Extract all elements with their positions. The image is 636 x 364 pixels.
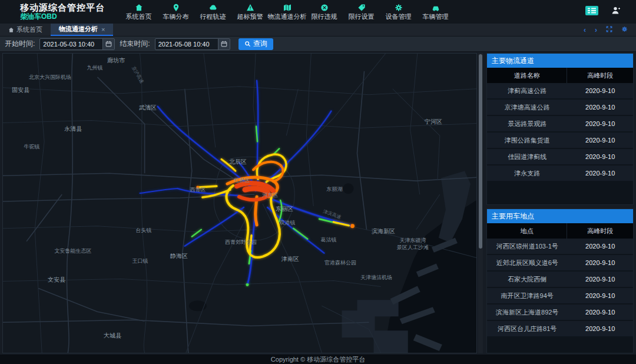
logistics-channels-table: 津蓟高速公路2020-9-10京津塘高速公路2020-9-10景远路景观路202…: [487, 83, 633, 204]
panel-title: 主要用车地点: [487, 209, 633, 223]
query-button[interactable]: 查询: [238, 38, 273, 50]
end-time-input[interactable]: [155, 39, 218, 49]
copyright-text: Copyright © 移动源综合管控平台: [271, 355, 365, 364]
map-pin-icon: [172, 2, 180, 12]
water-layer: [189, 171, 476, 353]
table-cell: 津永支路: [487, 166, 567, 181]
nav-item-trip-track[interactable]: 行程轨迹: [194, 2, 231, 21]
column-header: 高峰时段: [567, 68, 633, 83]
table-cell: 2020-9-10: [567, 83, 633, 98]
tab-logistics-channel-analysis[interactable]: 物流通道分析 ×: [51, 24, 113, 36]
tab-controls: ‹ ›: [584, 26, 636, 34]
table-row[interactable]: 近郊北辰区顺义道6号2020-9-10: [487, 255, 633, 270]
table-row[interactable]: 南开区卫津路94号2020-9-10: [487, 288, 633, 303]
brand-block: 移动源综合管控平台 柴油车OBD: [20, 2, 120, 21]
start-time-input[interactable]: [40, 39, 102, 49]
table-cell: 2020-9-10: [567, 321, 633, 336]
table-row[interactable]: 河西区琼州道103-1号2020-9-10: [487, 239, 633, 254]
tab-system-home[interactable]: 系统首页: [0, 24, 51, 36]
table-cell: 2020-9-10: [567, 149, 633, 164]
heatmap-map[interactable]: 廊坊市九州镇京沪高速北京大兴国际机场固安县武清区宁河区永清县牛驼镇北辰区红桥区西…: [2, 53, 477, 353]
table-cell: 石家大院西侧: [487, 272, 567, 287]
table-cell: 2020-9-10: [567, 288, 633, 303]
tag-icon: [357, 2, 366, 12]
app-header: 移动源综合管控平台 柴油车OBD 系统首页 车辆分布 行程轨迹 超标预警 物流通…: [0, 0, 636, 24]
header-right: [585, 6, 636, 18]
app-subtitle: 柴油车OBD: [20, 13, 120, 21]
table-cell: 津围公路集货道: [487, 133, 567, 148]
nav-item-label: 限行设置: [349, 12, 375, 21]
table-header: 地点 高峰时段: [487, 223, 633, 239]
query-button-label: 查询: [253, 39, 267, 49]
table-cell: 2020-9-10: [567, 239, 633, 254]
table-cell: 2020-9-10: [567, 133, 633, 148]
map-canvas: [3, 54, 476, 353]
table-row[interactable]: 河西区台儿庄路81号2020-9-10: [487, 321, 633, 336]
table-cell: 京津塘高速公路: [487, 100, 567, 115]
nav-item-vehicle-management[interactable]: 车辆管理: [417, 2, 454, 21]
calendar-icon[interactable]: [218, 39, 230, 49]
heatmap-layer: [140, 81, 355, 286]
table-cell: 河西区台儿庄路81号: [487, 321, 567, 336]
nav-item-label: 车辆管理: [423, 12, 449, 21]
main-nav: 系统首页 车辆分布 行程轨迹 超标预警 物流通道分析 限行违规 限行设置 设备: [120, 2, 454, 21]
panel-title: 主要物流通道: [487, 54, 633, 68]
column-header: 高峰时段: [567, 223, 633, 239]
tab-settings-gear-icon[interactable]: [621, 26, 628, 34]
column-header: 地点: [487, 223, 567, 239]
nav-item-home[interactable]: 系统首页: [120, 2, 157, 21]
main-content: 廊坊市九州镇京沪高速北京大兴国际机场固安县武清区宁河区永清县牛驼镇北辰区红桥区西…: [0, 52, 636, 355]
nav-item-label: 限行违规: [312, 12, 337, 21]
route-cloud-icon: [209, 2, 217, 12]
gear-icon: [395, 2, 403, 12]
table-cell: 2020-9-10: [567, 166, 633, 181]
table-cell: 2020-9-10: [567, 305, 633, 320]
fullscreen-icon[interactable]: [606, 26, 612, 34]
end-time-label: 结束时间:: [120, 39, 150, 49]
chevron-left-icon[interactable]: ‹: [584, 27, 586, 34]
table-row[interactable]: 京津塘高速公路2020-9-10: [487, 100, 633, 115]
table-cell: 2020-9-10: [567, 255, 633, 270]
nav-item-logistics-channel[interactable]: 物流通道分析: [269, 2, 306, 21]
chevron-right-icon[interactable]: ›: [595, 27, 597, 34]
table-row[interactable]: 滨海新区上海道892号2020-9-10: [487, 305, 633, 320]
table-cell: 河西区琼州道103-1号: [487, 239, 567, 254]
vehicle-locations-table: 河西区琼州道103-1号2020-9-10近郊北辰区顺义道6号2020-9-10…: [487, 239, 633, 353]
table-cell: 2020-9-10: [567, 116, 633, 131]
tab-bar: 系统首页 物流通道分析 × ‹ ›: [0, 24, 636, 37]
table-cell: 津蓟高速公路: [487, 83, 567, 98]
table-cell: 2020-9-10: [567, 100, 633, 115]
nav-item-label: 物流通道分析: [268, 12, 307, 21]
car-icon: [432, 2, 440, 12]
calendar-icon[interactable]: [102, 39, 114, 49]
table-row[interactable]: 津围公路集货道2020-9-10: [487, 133, 633, 148]
nav-item-vehicle-distribution[interactable]: 车辆分布: [157, 2, 194, 21]
nav-item-overlimit-alert[interactable]: 超标预警: [231, 2, 269, 21]
map-icon: [283, 2, 292, 12]
nav-item-label: 车辆分布: [163, 12, 189, 21]
content-scrollbar[interactable]: [478, 53, 483, 353]
filter-bar: 开始时间: 结束时间: 查询: [0, 37, 636, 52]
vehicle-locations-panel: 主要用车地点 地点 高峰时段 河西区琼州道103-1号2020-9-10近郊北辰…: [486, 209, 634, 353]
tab-label: 系统首页: [16, 25, 42, 34]
table-cell: 南开区卫津路94号: [487, 288, 567, 303]
user-icon[interactable]: [611, 6, 621, 18]
column-header: 道路名称: [487, 68, 567, 83]
table-cell: 2020-9-10: [567, 272, 633, 287]
nav-item-restriction-settings[interactable]: 限行设置: [343, 2, 380, 21]
table-cell: 近郊北辰区顺义道6号: [487, 255, 567, 270]
nav-item-device-management[interactable]: 设备管理: [380, 2, 417, 21]
table-cell: 滨海新区上海道892号: [487, 305, 567, 320]
table-row[interactable]: 津永支路2020-9-10: [487, 166, 633, 181]
scrollbar-thumb[interactable]: [479, 54, 482, 249]
table-row[interactable]: 景远路景观路2020-9-10: [487, 116, 633, 131]
end-time-picker: [155, 38, 230, 50]
nav-item-restriction-violation[interactable]: 限行违规: [306, 2, 343, 21]
footer: Copyright © 移动源综合管控平台: [0, 355, 636, 364]
table-row[interactable]: 石家大院西侧2020-9-10: [487, 272, 633, 287]
close-icon[interactable]: ×: [101, 26, 105, 33]
table-row[interactable]: 津蓟高速公路2020-9-10: [487, 83, 633, 98]
table-row[interactable]: 佳园道津蓟线2020-9-10: [487, 149, 633, 164]
apps-grid-icon[interactable]: [585, 6, 598, 18]
nav-item-label: 系统首页: [126, 12, 152, 21]
